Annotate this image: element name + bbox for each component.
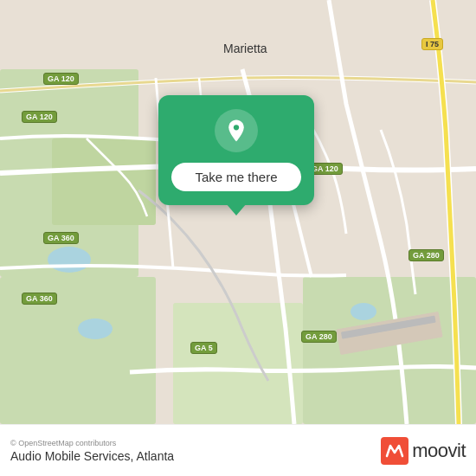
city-label: Marietta bbox=[223, 42, 267, 55]
highway-label-ga280-1: GA 280 bbox=[301, 331, 337, 343]
highway-label-ga120-1: GA 120 bbox=[43, 73, 79, 85]
popup-card: Take me there bbox=[158, 95, 314, 205]
highway-label-ga120-2: GA 120 bbox=[22, 111, 57, 123]
svg-point-6 bbox=[48, 247, 91, 273]
osm-attribution: © OpenStreetMap contributors bbox=[10, 439, 174, 447]
moovit-icon bbox=[381, 437, 408, 465]
bottom-bar: © OpenStreetMap contributors Audio Mobil… bbox=[0, 424, 476, 476]
location-pin-icon bbox=[215, 109, 258, 152]
svg-point-8 bbox=[351, 303, 376, 320]
svg-point-11 bbox=[234, 125, 239, 130]
highway-label-ga360-2: GA 360 bbox=[22, 293, 57, 305]
moovit-text: moovit bbox=[412, 440, 466, 462]
moovit-logo: moovit bbox=[381, 437, 466, 465]
svg-rect-3 bbox=[303, 277, 476, 424]
take-me-there-button[interactable]: Take me there bbox=[171, 163, 301, 191]
svg-rect-5 bbox=[52, 138, 156, 225]
highway-label-ga360-1: GA 360 bbox=[43, 232, 79, 244]
highway-label-ga280-2: GA 280 bbox=[408, 249, 444, 261]
attribution-section: © OpenStreetMap contributors Audio Mobil… bbox=[10, 439, 174, 463]
svg-point-7 bbox=[78, 318, 113, 339]
highway-label-i75: I 75 bbox=[421, 38, 443, 50]
map-container: Marietta GA 120 GA 120 GA 120 I 75 GA 36… bbox=[0, 0, 476, 424]
highway-label-ga5: GA 5 bbox=[190, 342, 217, 354]
location-name: Audio Mobile Services, Atlanta bbox=[10, 449, 174, 463]
